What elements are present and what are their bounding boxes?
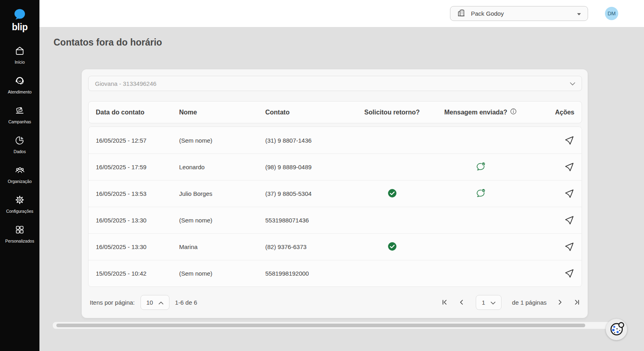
first-page-button[interactable] bbox=[441, 299, 448, 306]
contact-name: (Sem nome) bbox=[179, 217, 265, 224]
send-message-button[interactable] bbox=[564, 135, 574, 145]
sidebar-item-configuracoes[interactable]: Configurações bbox=[0, 195, 39, 214]
pie-chart-icon bbox=[14, 135, 25, 147]
home-icon bbox=[14, 46, 25, 58]
column-header-date: Data do contato bbox=[96, 109, 179, 116]
actions-cell bbox=[529, 268, 574, 278]
sidebar-item-label: Organização bbox=[8, 179, 32, 184]
table-row: 16/05/2025 - 13:53Julio Borges(37) 9 880… bbox=[89, 180, 582, 207]
contact-date: 16/05/2025 - 13:30 bbox=[96, 217, 179, 224]
sidebar-item-label: Campanhas bbox=[8, 119, 31, 124]
grid-icon bbox=[14, 224, 25, 237]
contact-phone: (98) 9 8889-0489 bbox=[265, 164, 352, 170]
current-page-select[interactable]: 1 bbox=[476, 295, 502, 310]
contact-name: Julio Borges bbox=[179, 190, 265, 197]
topbar: Pack Godoy DM bbox=[39, 0, 644, 27]
column-header-actions: Ações bbox=[529, 109, 574, 116]
actions-cell bbox=[529, 189, 574, 199]
attendant-filter-select[interactable]: Giovana - 3133496246 bbox=[88, 76, 582, 91]
total-pages-label: de 1 páginas bbox=[512, 299, 547, 306]
sidebar-item-inicio[interactable]: Início bbox=[0, 46, 39, 64]
actions-cell bbox=[529, 162, 574, 172]
sidebar-nav: InícioAtendimentoCampanhasDadosOrganizaç… bbox=[0, 46, 39, 243]
chevron-down-icon bbox=[570, 80, 575, 87]
table-header: Data do contato Nome Contato Solicitou r… bbox=[88, 101, 582, 123]
contact-name: (Sem nome) bbox=[179, 137, 265, 144]
sidebar: blip InícioAtendimentoCampanhasDadosOrga… bbox=[0, 0, 39, 351]
chevron-down-icon bbox=[577, 10, 581, 17]
contact-phone: 5531988071436 bbox=[265, 217, 352, 224]
gear-icon bbox=[14, 195, 25, 207]
info-icon[interactable] bbox=[510, 108, 517, 116]
contact-date: 16/05/2025 - 17:59 bbox=[96, 164, 179, 170]
contact-phone: (31) 9 8807-1436 bbox=[265, 137, 352, 144]
people-icon bbox=[14, 165, 25, 177]
column-header-contact: Contato bbox=[265, 109, 352, 116]
items-per-page-select[interactable]: 10 bbox=[140, 295, 169, 310]
sidebar-item-organizacao[interactable]: Organização bbox=[0, 165, 39, 184]
cookie-icon bbox=[609, 321, 625, 338]
blip-wordmark: blip bbox=[12, 22, 28, 33]
chevron-down-icon bbox=[491, 299, 495, 306]
actions-cell bbox=[529, 135, 574, 145]
send-message-button[interactable] bbox=[564, 215, 574, 225]
table-row: 16/05/2025 - 12:57(Sem nome)(31) 9 8807-… bbox=[89, 127, 582, 154]
pagination-bar: Itens por página: 10 1-6 de 6 1 bbox=[88, 293, 582, 312]
contact-date: 16/05/2025 - 12:57 bbox=[96, 137, 179, 144]
sidebar-item-label: Dados bbox=[14, 149, 26, 154]
sidebar-item-atendimento[interactable]: Atendimento bbox=[0, 75, 39, 94]
contact-name: Leonardo bbox=[179, 164, 265, 170]
contacts-table-body: 16/05/2025 - 12:57(Sem nome)(31) 9 8807-… bbox=[88, 127, 582, 287]
contact-name: Marina bbox=[179, 243, 265, 250]
send-message-button[interactable] bbox=[564, 268, 574, 278]
avatar[interactable]: DM bbox=[605, 7, 618, 20]
scrollbar-thumb[interactable] bbox=[56, 324, 585, 327]
send-message-button[interactable] bbox=[564, 189, 574, 199]
contact-date: 16/05/2025 - 13:30 bbox=[96, 243, 179, 250]
blip-bubble-icon bbox=[13, 8, 26, 21]
check-circle-icon bbox=[387, 188, 397, 199]
message-sent-icon bbox=[475, 161, 486, 173]
horizontal-scrollbar[interactable] bbox=[53, 322, 620, 329]
campaign-icon bbox=[14, 105, 25, 117]
building-icon bbox=[457, 8, 466, 19]
last-page-button[interactable] bbox=[573, 299, 580, 306]
page-navigation: 1 de 1 páginas bbox=[441, 295, 580, 310]
sidebar-item-label: Personalizados bbox=[5, 239, 34, 243]
column-header-name: Nome bbox=[179, 109, 265, 116]
table-row: 15/05/2025 - 10:42(Sem nome)558199819200… bbox=[89, 260, 582, 287]
contact-date: 16/05/2025 - 13:53 bbox=[96, 190, 179, 197]
tenant-label: Pack Godoy bbox=[471, 10, 504, 17]
column-header-requested-return: Solicitou retorno? bbox=[352, 109, 432, 116]
actions-cell bbox=[529, 242, 574, 252]
message-sent-cell bbox=[432, 161, 529, 173]
send-message-button[interactable] bbox=[564, 162, 574, 172]
blip-logo[interactable]: blip bbox=[12, 8, 28, 33]
actions-cell bbox=[529, 215, 574, 225]
contact-date: 15/05/2025 - 10:42 bbox=[96, 270, 179, 277]
sidebar-item-label: Atendimento bbox=[8, 89, 32, 94]
contact-phone: (82) 9376-6373 bbox=[265, 243, 352, 250]
range-label: 1-6 de 6 bbox=[175, 299, 197, 306]
cookie-consent-button[interactable] bbox=[606, 319, 627, 340]
requested-return-cell bbox=[352, 241, 432, 253]
tenant-selector[interactable]: Pack Godoy bbox=[450, 6, 588, 21]
main-area: Pack Godoy DM Contatos fora do horário G… bbox=[39, 0, 644, 351]
items-per-page-label: Itens por página: bbox=[90, 299, 135, 306]
sidebar-item-dados[interactable]: Dados bbox=[0, 135, 39, 154]
contacts-card: Giovana - 3133496246 Data do contato Nom… bbox=[82, 69, 588, 318]
table-row: 16/05/2025 - 17:59Leonardo(98) 9 8889-04… bbox=[89, 154, 582, 180]
next-page-button[interactable] bbox=[556, 299, 564, 306]
table-row: 16/05/2025 - 13:30(Sem nome)553198807143… bbox=[89, 207, 582, 233]
contact-name: (Sem nome) bbox=[179, 270, 265, 277]
column-header-message-sent: Mensagem enviada? bbox=[432, 108, 529, 116]
check-circle-icon bbox=[387, 241, 397, 253]
sidebar-item-campanhas[interactable]: Campanhas bbox=[0, 105, 39, 124]
sidebar-item-personalizados[interactable]: Personalizados bbox=[0, 224, 39, 243]
send-message-button[interactable] bbox=[564, 242, 574, 252]
chevron-up-icon bbox=[159, 299, 163, 306]
requested-return-cell bbox=[352, 188, 432, 199]
attendant-filter-value: Giovana - 3133496246 bbox=[95, 80, 157, 87]
previous-page-button[interactable] bbox=[458, 299, 465, 306]
headset-icon bbox=[14, 75, 25, 87]
